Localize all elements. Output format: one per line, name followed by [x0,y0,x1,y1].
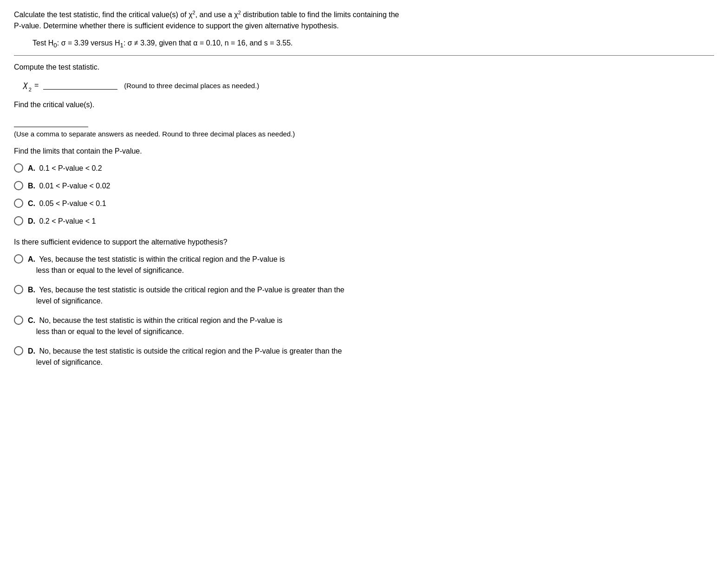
sufficient-evidence-label: Is there sufficient evidence to support … [14,238,714,246]
sufficient-a-line2: less than or equal to the level of signi… [36,266,184,274]
sufficient-evidence-section: Is there sufficient evidence to support … [14,238,714,368]
sufficient-c-letter: C. [28,316,35,324]
p-value-label: Find the limits that contain the P-value… [14,147,714,155]
p-value-option-a-label: A. 0.1 < P-value < 0.2 [28,163,102,174]
sufficient-b-letter: B. [28,286,35,294]
sufficient-b-line2: level of significance. [36,297,103,305]
sufficient-option-b[interactable]: B. Yes, because the test statistic is ou… [14,284,714,307]
chi-label: χ2 = [23,80,40,90]
p-value-option-d[interactable]: D. 0.2 < P-value < 1 [14,216,714,227]
equals-sign: = [34,81,39,90]
sufficient-radio-c[interactable] [14,316,23,325]
intro-paragraph: Calculate the test statistic, find the c… [14,9,714,32]
chi-input-row: χ2 = (Round to three decimal places as n… [23,79,714,90]
chi-round-note: (Round to three decimal places as needed… [124,82,259,90]
sufficient-a-letter: A. [28,255,35,263]
option-b-letter: B. [28,182,35,190]
radio-b[interactable] [14,181,23,190]
option-d-text: 0.2 < P-value < 1 [39,217,96,225]
option-d-letter: D. [28,217,35,225]
compute-label: Compute the test statistic. [14,63,714,71]
option-b-text: 0.01 < P-value < 0.02 [39,182,110,190]
radio-c[interactable] [14,199,23,208]
sufficient-b-line1: Yes, because the test statistic is outsi… [39,286,344,294]
sufficient-d-line1: No, because the test statistic is outsid… [39,347,342,355]
critical-input-wrapper [14,116,714,127]
hypothesis-statement: Test H0: σ = 3.39 versus H1: σ ≠ 3.39, g… [32,37,714,51]
sufficient-c-line2: less than or equal to the level of signi… [36,328,184,335]
sufficient-option-d-text: D. No, because the test statistic is out… [28,346,342,368]
radio-a[interactable] [14,163,23,173]
sufficient-radio-d[interactable] [14,346,23,355]
option-c-text: 0.05 < P-value < 0.1 [39,200,106,207]
p-value-option-c-label: C. 0.05 < P-value < 0.1 [28,198,106,209]
p-value-radio-group: A. 0.1 < P-value < 0.2 B. 0.01 < P-value… [14,163,714,227]
chi-symbol: χ [23,80,28,90]
p-value-option-d-label: D. 0.2 < P-value < 1 [28,216,96,227]
radio-d[interactable] [14,216,23,226]
sufficient-option-c[interactable]: C. No, because the test statistic is wit… [14,315,714,337]
critical-value-section: Find the critical value(s). (Use a comma… [14,101,714,138]
sufficient-c-line1: No, because the test statistic is within… [39,316,282,324]
chi-squared-input[interactable] [43,79,117,90]
p-value-option-b-label: B. 0.01 < P-value < 0.02 [28,180,110,192]
sufficient-option-c-text: C. No, because the test statistic is wit… [28,315,282,337]
sufficient-a-line1: Yes, because the test statistic is withi… [39,255,285,263]
sufficient-option-d[interactable]: D. No, because the test statistic is out… [14,346,714,368]
comma-note: (Use a comma to separate answers as need… [14,130,714,138]
section-divider [14,55,714,56]
option-a-text: 0.1 < P-value < 0.2 [39,164,102,172]
sufficient-option-a-text: A. Yes, because the test statistic is wi… [28,254,285,276]
critical-value-input[interactable] [14,116,88,127]
p-value-section: Find the limits that contain the P-value… [14,147,714,227]
option-a-letter: A. [28,164,35,172]
p-value-option-c[interactable]: C. 0.05 < P-value < 0.1 [14,198,714,209]
sufficient-radio-b[interactable] [14,285,23,294]
sufficient-radio-a[interactable] [14,254,23,264]
sufficient-option-b-text: B. Yes, because the test statistic is ou… [28,284,344,307]
sufficient-d-letter: D. [28,347,35,355]
p-value-option-a[interactable]: A. 0.1 < P-value < 0.2 [14,163,714,174]
sufficient-radio-group: A. Yes, because the test statistic is wi… [14,254,714,368]
critical-value-label: Find the critical value(s). [14,101,714,109]
sufficient-d-line2: level of significance. [36,358,103,366]
sufficient-option-a[interactable]: A. Yes, because the test statistic is wi… [14,254,714,276]
option-c-letter: C. [28,200,35,207]
p-value-option-b[interactable]: B. 0.01 < P-value < 0.02 [14,180,714,192]
